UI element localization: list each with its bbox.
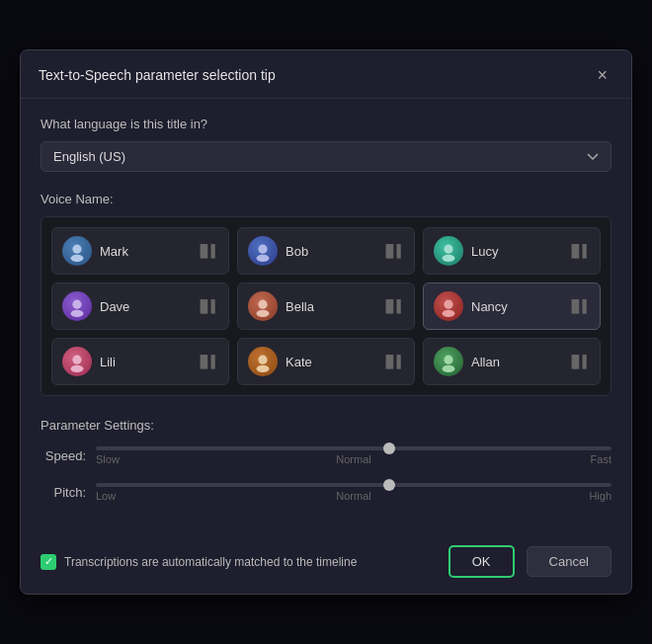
wave-icon-dave: ▐▌▌ (196, 299, 218, 313)
svg-point-13 (71, 365, 84, 372)
pitch-label: Pitch: (41, 485, 86, 500)
speed-label-normal: Normal (336, 453, 370, 465)
speed-label-fast: Fast (591, 453, 611, 465)
voice-name-mark: Mark (100, 244, 188, 259)
wave-icon-kate: ▐▌▌ (381, 355, 404, 368)
pitch-label-high: High (589, 490, 611, 502)
svg-point-11 (443, 310, 455, 317)
cancel-button[interactable]: Cancel (527, 546, 611, 577)
voice-name-kate: Kate (285, 355, 373, 369)
voice-name-allan: Allan (471, 355, 559, 369)
wave-icon-nancy: ▐▌▌ (567, 299, 590, 313)
voice-avatar-allan (434, 347, 463, 376)
svg-point-15 (257, 365, 270, 372)
voice-avatar-bob (248, 236, 278, 266)
svg-point-7 (71, 310, 84, 317)
svg-point-1 (71, 255, 84, 262)
dialog-title: Text-to-Speech parameter selection tip (39, 67, 276, 83)
voice-name-bella: Bella (285, 299, 373, 314)
voice-name-lucy: Lucy (471, 244, 559, 259)
voice-avatar-dave (62, 291, 92, 321)
speed-row: Speed: Slow Normal Fast (41, 446, 611, 465)
wave-icon-bella: ▐▌▌ (381, 299, 404, 313)
voice-name-dave: Dave (100, 299, 188, 314)
wave-icon-allan: ▐▌▌ (567, 355, 590, 368)
voice-card-dave[interactable]: Dave ▐▌▌ (51, 282, 229, 330)
dialog-header: Text-to-Speech parameter selection tip × (21, 50, 631, 99)
voice-card-bella[interactable]: Bella ▐▌▌ (237, 282, 415, 330)
voice-row-3: Lili ▐▌▌ Kate ▐▌▌ (51, 338, 601, 385)
voice-card-allan[interactable]: Allan ▐▌▌ (423, 338, 601, 385)
dialog-footer: ✓ Transcriptions are automatically match… (21, 535, 631, 594)
ok-button[interactable]: OK (448, 545, 515, 578)
voice-card-lili[interactable]: Lili ▐▌▌ (51, 338, 229, 385)
pitch-slider-wrapper: Low Normal High (96, 483, 611, 502)
svg-point-2 (258, 245, 267, 254)
dialog-body: What language is this title in? English … (21, 99, 631, 535)
svg-point-3 (257, 255, 270, 262)
voice-avatar-bella (248, 291, 278, 321)
auto-match-label: Transcriptions are automatically matched… (64, 555, 357, 569)
pitch-range-labels: Low Normal High (96, 490, 611, 502)
svg-point-17 (443, 365, 455, 372)
language-question: What language is this title in? (41, 117, 611, 131)
speed-slider-wrapper: Slow Normal Fast (96, 446, 611, 465)
svg-point-8 (258, 300, 267, 309)
voice-name-nancy: Nancy (471, 299, 559, 314)
wave-icon-mark: ▐▌▌ (196, 244, 218, 258)
svg-point-4 (444, 245, 452, 254)
speed-label-slow: Slow (96, 453, 120, 465)
voice-row-1: Mark ▐▌▌ Bob ▐▌▌ (51, 227, 601, 275)
overlay: Text-to-Speech parameter selection tip ×… (0, 0, 652, 644)
voice-name-lili: Lili (100, 355, 188, 369)
svg-point-5 (443, 255, 455, 262)
language-select[interactable]: English (US) (41, 141, 611, 172)
close-button[interactable]: × (591, 64, 613, 86)
voice-card-kate[interactable]: Kate ▐▌▌ (237, 338, 415, 385)
wave-icon-lili: ▐▌▌ (196, 355, 218, 368)
svg-point-9 (257, 310, 270, 317)
voice-avatar-lucy (434, 236, 463, 266)
voice-avatar-mark (62, 236, 92, 266)
speed-label: Speed: (41, 448, 86, 463)
svg-point-16 (444, 356, 452, 364)
voice-row-2: Dave ▐▌▌ Bella ▐▌▌ (51, 282, 601, 330)
voice-name-bob: Bob (285, 244, 373, 259)
pitch-label-low: Low (96, 490, 116, 502)
svg-point-14 (258, 356, 267, 364)
pitch-row: Pitch: Low Normal High (41, 483, 611, 502)
voice-card-nancy[interactable]: Nancy ▐▌▌ (423, 282, 601, 330)
speed-range-labels: Slow Normal Fast (96, 453, 611, 465)
speed-slider[interactable] (96, 446, 611, 450)
pitch-label-normal: Normal (336, 490, 370, 502)
checkbox-group: ✓ Transcriptions are automatically match… (41, 554, 437, 570)
svg-point-10 (444, 300, 452, 309)
checkmark-icon: ✓ (44, 556, 53, 567)
pitch-slider[interactable] (96, 483, 611, 487)
svg-point-12 (72, 356, 81, 364)
voice-card-mark[interactable]: Mark ▐▌▌ (51, 227, 229, 275)
voice-avatar-kate (248, 347, 278, 376)
voice-avatar-nancy (434, 291, 463, 321)
voice-card-bob[interactable]: Bob ▐▌▌ (237, 227, 415, 275)
svg-point-6 (72, 300, 81, 309)
voice-avatar-lili (62, 347, 92, 376)
auto-match-checkbox[interactable]: ✓ (41, 554, 56, 570)
voice-section-label: Voice Name: (41, 192, 611, 206)
wave-icon-lucy: ▐▌▌ (567, 244, 590, 258)
dialog: Text-to-Speech parameter selection tip ×… (20, 49, 632, 595)
voice-card-lucy[interactable]: Lucy ▐▌▌ (423, 227, 601, 275)
params-section-label: Parameter Settings: (41, 418, 611, 433)
svg-point-0 (72, 245, 81, 254)
voice-grid: Mark ▐▌▌ Bob ▐▌▌ (41, 216, 611, 396)
wave-icon-bob: ▐▌▌ (381, 244, 404, 258)
